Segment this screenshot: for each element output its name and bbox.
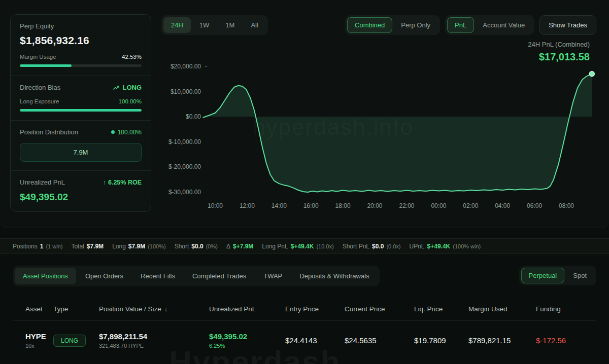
cell-margin-used: $789,821.15 xyxy=(468,336,536,345)
combine-toggle: Combined Perp Only xyxy=(345,15,440,35)
toggle-combined[interactable]: Combined xyxy=(347,17,392,33)
margin-used: $789,821.15 xyxy=(468,336,536,345)
toggle-spot[interactable]: Spot xyxy=(565,268,594,283)
positions-stats-bar: Positions 1 (1 win) Total $7.9M Long $7.… xyxy=(0,238,609,254)
long-exposure-label: Long Exposure xyxy=(20,98,59,104)
stat-long: Long $7.9M (100%) xyxy=(112,243,166,250)
col-position-value[interactable]: Position Value / Size↓ xyxy=(99,305,209,313)
svg-text:02:00: 02:00 xyxy=(463,202,478,209)
position-value: $7,898,211.54 xyxy=(99,332,209,341)
direction-bias-label: Direction Bias xyxy=(20,84,60,91)
table-row[interactable]: HYPE 10x LONG $7,898,211.54 321,483.70 H… xyxy=(13,321,596,360)
position-size: 321,483.70 HYPE xyxy=(99,343,209,349)
cell-entry-price: $24.4143 xyxy=(285,336,345,345)
col-liq-price[interactable]: Liq. Price xyxy=(414,305,468,313)
tab-deposits-withdrawals[interactable]: Deposits & Withdrawals xyxy=(291,268,377,284)
svg-text:$-30,000.00: $-30,000.00 xyxy=(168,189,201,196)
svg-text:22:00: 22:00 xyxy=(399,202,414,209)
asset-name: HYPE xyxy=(25,332,53,341)
col-unrealized-pnl[interactable]: Unrealized PnL xyxy=(209,305,285,313)
chart-header-label: 24H PnL (Combined) xyxy=(528,41,590,48)
margin-usage-value: 42.53% xyxy=(122,54,142,60)
asset-leverage: 10x xyxy=(25,343,53,349)
col-margin-used[interactable]: Margin Used xyxy=(468,305,536,313)
position-distribution-section: Position Distribution 100.00% 7.9M xyxy=(11,120,151,170)
unrealized-pnl-value: $49,395.02 xyxy=(20,192,142,203)
svg-text:04:00: 04:00 xyxy=(495,202,510,209)
entry-price: $24.4143 xyxy=(285,336,345,345)
perp-equity-value: $1,856,932.16 xyxy=(20,34,142,47)
stat-long-pnl: Long PnL $+49.4K (10.0x) xyxy=(262,243,333,250)
margin-usage-fill xyxy=(20,64,72,67)
show-trades-button[interactable]: Show Trades xyxy=(539,15,596,35)
distribution-dot-icon xyxy=(111,130,115,134)
direction-bias-value: LONG xyxy=(122,84,142,91)
bottom-tabs: Asset Positions Open Orders Recent Fills… xyxy=(13,266,380,286)
position-distribution-value: 100.00% xyxy=(118,129,142,136)
toggle-perp-only[interactable]: Perp Only xyxy=(393,17,438,33)
tab-completed-trades[interactable]: Completed Trades xyxy=(184,268,254,284)
direction-bias-section: Direction Bias LONG Long Exposure 100.00… xyxy=(11,76,151,120)
svg-text:06:00: 06:00 xyxy=(527,202,542,209)
positions-table: Asset Type Position Value / Size↓ Unreal… xyxy=(13,298,596,360)
svg-text:00:00: 00:00 xyxy=(431,202,446,209)
stat-positions: Positions 1 (1 win) xyxy=(13,243,62,250)
arrow-up-icon: ↑ xyxy=(103,179,106,186)
svg-text:$-10,000.00: $-10,000.00 xyxy=(168,138,201,145)
time-range-selector: 24H 1W 1M All xyxy=(161,15,268,35)
current-price: $24.5635 xyxy=(345,336,414,345)
sort-desc-icon: ↓ xyxy=(164,305,168,313)
time-range-all[interactable]: All xyxy=(243,17,265,33)
long-exposure-fill xyxy=(20,109,142,112)
liq-price: $19.7809 xyxy=(414,336,468,345)
toggle-account-value[interactable]: Account Value xyxy=(475,17,532,33)
toggle-perpetual[interactable]: Perpetual xyxy=(521,268,565,283)
pnl-chart-canvas[interactable]: $20,000.00$10,000.00$0.00$-10,000.00$-20… xyxy=(167,60,604,214)
col-entry-price[interactable]: Entry Price xyxy=(285,305,345,313)
time-range-1m[interactable]: 1M xyxy=(218,17,242,33)
position-distribution-bar[interactable]: 7.9M xyxy=(20,143,142,162)
col-asset[interactable]: Asset xyxy=(13,305,53,313)
col-current-price[interactable]: Current Price xyxy=(345,305,414,313)
cell-liq-price: $19.7809 xyxy=(414,336,468,345)
cell-current-price: $24.5635 xyxy=(345,336,414,345)
toggle-pnl[interactable]: PnL xyxy=(447,17,474,33)
cell-type: LONG xyxy=(53,335,99,347)
svg-text:$-20,000.00: $-20,000.00 xyxy=(168,163,201,170)
long-exposure-bar xyxy=(20,109,142,112)
tab-open-orders[interactable]: Open Orders xyxy=(77,268,131,284)
cell-funding: $-172.56 xyxy=(536,336,596,345)
stat-short-pnl: Short PnL $0.0 (0.0x) xyxy=(343,243,401,250)
funding-value: $-172.56 xyxy=(536,336,596,345)
time-range-24h[interactable]: 24H xyxy=(163,17,191,33)
cell-unrealized-pnl: $49,395.02 6.25% xyxy=(209,332,285,349)
market-toggle: Perpetual Spot xyxy=(519,266,596,285)
svg-text:$10,000.00: $10,000.00 xyxy=(171,88,201,95)
svg-text:$0.00: $0.00 xyxy=(186,113,201,120)
position-distribution-label: Position Distribution xyxy=(20,128,78,136)
tab-recent-fills[interactable]: Recent Fills xyxy=(132,268,183,284)
tab-asset-positions[interactable]: Asset Positions xyxy=(15,268,76,284)
account-summary-card: Perp Equity $1,856,932.16 Margin Usage 4… xyxy=(10,14,151,212)
cell-position-value: $7,898,211.54 321,483.70 HYPE xyxy=(99,332,209,349)
pnl-chart[interactable]: $20,000.00$10,000.00$0.00$-10,000.00$-20… xyxy=(167,60,604,214)
tab-twap[interactable]: TWAP xyxy=(255,268,290,284)
margin-usage-bar xyxy=(20,64,142,67)
col-type[interactable]: Type xyxy=(53,305,99,313)
table-header: Asset Type Position Value / Size↓ Unreal… xyxy=(13,298,596,321)
cell-asset: HYPE 10x xyxy=(13,332,53,349)
trending-up-icon xyxy=(113,84,120,91)
stat-short: Short $0.0 (0%) xyxy=(175,243,218,250)
long-badge: LONG xyxy=(53,335,86,347)
col-funding[interactable]: Funding xyxy=(536,305,596,313)
metric-toggle: PnL Account Value xyxy=(445,15,534,35)
roe-value: 6.25% ROE xyxy=(108,179,142,186)
chart-controls: Combined Perp Only PnL Account Value Sho… xyxy=(345,15,596,35)
svg-text:08:00: 08:00 xyxy=(559,202,574,209)
unrealized-pnl: $49,395.02 xyxy=(209,332,285,341)
unrealized-pnl-label: Unrealized PnL xyxy=(20,178,65,186)
stat-upnl: UPnL $+49.4K (100% win) xyxy=(410,243,481,250)
stat-delta: Δ $+7.9M xyxy=(226,243,253,250)
perp-equity-section: Perp Equity $1,856,932.16 Margin Usage 4… xyxy=(11,15,151,76)
time-range-1w[interactable]: 1W xyxy=(192,17,217,33)
